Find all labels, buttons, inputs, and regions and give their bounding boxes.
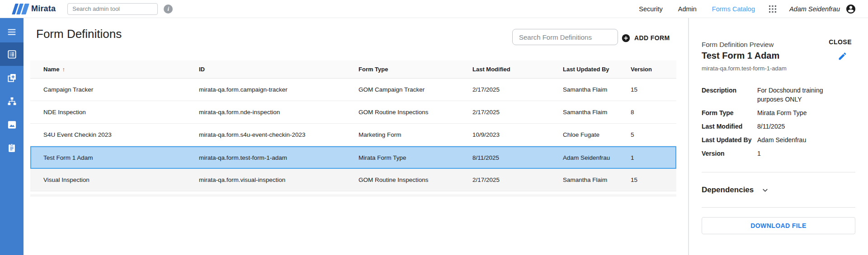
nav-security[interactable]: Security	[639, 5, 662, 13]
dependencies-label: Dependencies	[702, 185, 754, 195]
cell-last-modified: 10/9/2023	[472, 131, 563, 138]
top-header: Mirata i Security Admin Forms Catalog Ad…	[0, 0, 868, 18]
cell-form-type: GOM Campaign Tracker	[359, 86, 472, 93]
account-circle-icon[interactable]	[845, 4, 856, 14]
field-value-last-updated-by: Adam Seidenfrau	[757, 135, 836, 144]
preview-form-name: Test Form 1 Adam	[702, 51, 855, 61]
cell-name: Campaign Tracker	[43, 86, 199, 93]
divider	[702, 207, 855, 208]
field-value-last-modified: 8/11/2025	[757, 122, 836, 131]
nav-forms-catalog[interactable]: Forms Catalog	[712, 5, 755, 13]
close-button[interactable]: CLOSE	[829, 38, 852, 46]
table-row-nde-inspection[interactable]: NDE Inspection mirata-qa.form.nde-inspec…	[30, 101, 676, 124]
mirata-logo-icon	[14, 4, 28, 14]
preview-form-id: mirata-qa.form.test-form-1-adam	[702, 65, 855, 72]
cell-last-updated-by: Samantha Flaim	[563, 176, 631, 183]
sidebar-item-images[interactable]	[0, 113, 24, 136]
sidebar-item-clipboard[interactable]	[0, 136, 24, 160]
sort-ascending-icon: ↑	[62, 66, 65, 73]
add-form-label: ADD FORM	[634, 34, 670, 42]
sidebar	[0, 18, 24, 255]
cell-last-updated-by: Chloe Fugate	[563, 131, 631, 138]
cell-form-type: GOM Routine Inspections	[359, 109, 472, 116]
cell-last-updated-by: Samantha Flaim	[563, 86, 631, 93]
table-header-row: Name↑ ID Form Type Last Modified Last Up…	[30, 60, 676, 79]
cell-name: Visual Inspection	[43, 176, 199, 183]
user-name: Adam Seidenfrau	[789, 5, 840, 13]
cell-last-modified: 2/17/2025	[472, 86, 563, 93]
cell-form-type: Marketing Form	[359, 131, 472, 138]
table-row-visual-inspection[interactable]: Visual Inspection mirata-qa.form.visual-…	[30, 169, 676, 191]
cell-last-modified: 2/17/2025	[472, 109, 563, 116]
cell-id: mirata-qa.form.test-form-1-adam	[199, 154, 359, 161]
cell-name: S4U Event Checkin 2023	[43, 131, 199, 138]
sidebar-item-workflow[interactable]	[0, 89, 24, 113]
pencil-icon[interactable]	[838, 51, 847, 62]
column-label-name: Name	[43, 66, 59, 73]
info-icon[interactable]: i	[164, 5, 173, 14]
field-label-version: Version	[702, 149, 757, 158]
workflow-tree-icon	[7, 96, 17, 107]
table-row-s4u-event-checkin[interactable]: S4U Event Checkin 2023 mirata-qa.form.s4…	[30, 124, 676, 146]
table-row-campaign-tracker[interactable]: Campaign Tracker mirata-qa.form.campaign…	[30, 79, 676, 101]
plus-circle-icon	[622, 34, 630, 42]
column-header-last-updated-by[interactable]: Last Updated By	[563, 66, 631, 73]
cell-name: Test Form 1 Adam	[43, 154, 199, 161]
admin-search-input[interactable]	[67, 3, 158, 15]
chevron-down-icon	[761, 186, 769, 195]
preview-fields: Description For Docshound training purpo…	[702, 86, 855, 158]
field-value-description: For Docshound training purposes ONLY	[757, 86, 836, 104]
cell-version: 15	[631, 176, 676, 183]
field-label-last-modified: Last Modified	[702, 122, 757, 131]
column-header-form-type[interactable]: Form Type	[359, 66, 472, 73]
main-content: Form Definitions ADD FORM Name↑ ID Form …	[24, 18, 689, 255]
cell-id: mirata-qa.form.nde-inspection	[199, 109, 359, 116]
cell-last-updated-by: Adam Seidenfrau	[563, 154, 631, 161]
page-title: Form Definitions	[36, 27, 122, 41]
form-definition-preview-panel: CLOSE Form Definition Preview Test Form …	[690, 18, 868, 255]
cell-last-modified: 8/11/2025	[472, 154, 563, 161]
apps-grid-icon[interactable]	[769, 5, 777, 13]
images-icon	[7, 120, 17, 130]
form-definitions-search-input[interactable]	[512, 29, 618, 45]
cell-form-type: Mirata Form Type	[359, 154, 472, 161]
dependencies-toggle[interactable]: Dependencies	[702, 185, 855, 195]
cell-form-type: GOM Routine Inspections	[359, 176, 472, 183]
cell-version: 5	[631, 131, 676, 138]
divider	[702, 172, 855, 172]
column-header-last-modified[interactable]: Last Modified	[472, 66, 563, 73]
sidebar-item-add-library[interactable]	[0, 66, 24, 89]
mirata-logo[interactable]: Mirata	[14, 4, 56, 14]
table-bottom-strip	[30, 194, 676, 196]
add-form-button[interactable]: ADD FORM	[622, 32, 670, 43]
top-nav: Security Admin Forms Catalog Adam Seiden…	[623, 4, 856, 14]
clipboard-icon	[7, 143, 17, 153]
table-row-test-form-1-adam-selected[interactable]: Test Form 1 Adam mirata-qa.form.test-for…	[30, 146, 676, 169]
cell-last-modified: 2/17/2025	[472, 176, 563, 183]
menu-icon[interactable]	[0, 22, 24, 42]
cell-version: 1	[631, 154, 675, 161]
field-label-last-updated-by: Last Updated By	[702, 135, 757, 144]
cell-version: 8	[631, 109, 676, 116]
form-definitions-table: Name↑ ID Form Type Last Modified Last Up…	[30, 60, 676, 196]
cell-id: mirata-qa.form.s4u-event-checkin-2023	[199, 131, 359, 138]
brand-name: Mirata	[31, 4, 56, 14]
cell-version: 15	[631, 86, 676, 93]
nav-admin[interactable]: Admin	[678, 5, 697, 13]
sidebar-item-form-definitions[interactable]	[0, 42, 24, 66]
column-header-id[interactable]: ID	[199, 66, 359, 73]
download-file-button[interactable]: DOWNLOAD FILE	[702, 217, 855, 234]
add-library-icon	[7, 73, 17, 83]
field-value-version: 1	[757, 149, 836, 158]
column-header-version[interactable]: Version	[631, 66, 676, 73]
field-label-form-type: Form Type	[702, 108, 757, 117]
cell-id: mirata-qa.form.campaign-tracker	[199, 86, 359, 93]
field-value-form-type: Mirata Form Type	[757, 108, 836, 117]
cell-name: NDE Inspection	[43, 109, 199, 116]
column-header-name[interactable]: Name↑	[43, 66, 199, 73]
cell-id: mirata-qa.form.visual-inspection	[199, 176, 359, 183]
cell-last-updated-by: Samantha Flaim	[563, 109, 631, 116]
form-definitions-icon	[7, 49, 17, 60]
field-label-description: Description	[702, 86, 757, 104]
